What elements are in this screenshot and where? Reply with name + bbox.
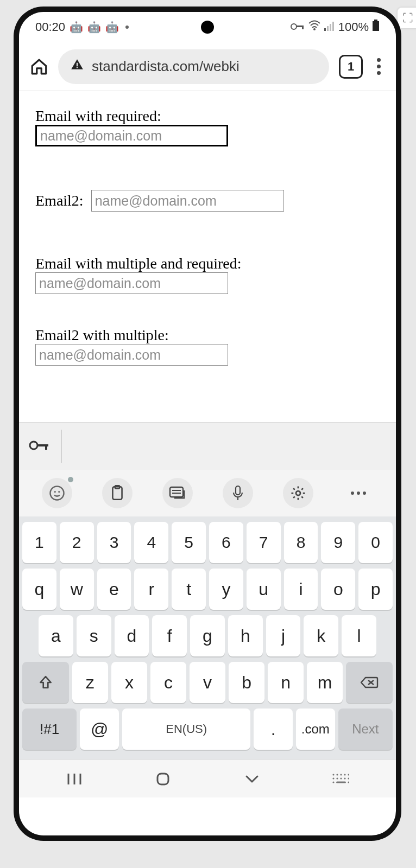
space-key[interactable]: EN(US) (122, 709, 250, 750)
tab-switcher-button[interactable]: 1 (339, 55, 363, 79)
key-4[interactable]: 4 (134, 522, 168, 563)
svg-rect-10 (77, 63, 78, 67)
keyboard-row-2: a s d f g h j k l (22, 615, 393, 656)
key-k[interactable]: k (304, 615, 338, 656)
field-label: Email with multiple and required: (35, 255, 380, 272)
svg-point-44 (348, 781, 350, 783)
vpn-key-icon (291, 20, 305, 34)
email2-input[interactable] (91, 190, 284, 212)
page-content[interactable]: Email with required: Email2: Email with … (19, 91, 396, 422)
password-key-icon[interactable] (29, 439, 49, 454)
svg-point-36 (348, 774, 350, 775)
key-z[interactable]: z (72, 662, 108, 703)
key-5[interactable]: 5 (172, 522, 206, 563)
key-8[interactable]: 8 (284, 522, 318, 563)
keyboard-toolbar (19, 470, 396, 516)
battery-text: 100% (338, 20, 369, 34)
key-m[interactable]: m (307, 662, 343, 703)
key-1[interactable]: 1 (22, 522, 56, 563)
next-key[interactable]: Next (338, 709, 393, 750)
key-o[interactable]: o (321, 569, 355, 610)
svg-rect-43 (336, 781, 346, 783)
field-label: Email with required: (35, 107, 380, 125)
autofill-strip (19, 422, 396, 470)
svg-point-25 (296, 491, 300, 495)
more-button[interactable] (343, 478, 374, 508)
key-7[interactable]: 7 (247, 522, 281, 563)
key-2[interactable]: 2 (60, 522, 94, 563)
svg-point-12 (30, 442, 37, 449)
svg-rect-6 (330, 24, 331, 31)
svg-point-41 (348, 777, 350, 779)
back-button[interactable] (236, 768, 268, 790)
email2-multiple-input[interactable] (35, 344, 228, 366)
recents-button[interactable] (58, 768, 91, 790)
key-f[interactable]: f (152, 615, 187, 656)
svg-rect-23 (236, 486, 240, 495)
key-x[interactable]: x (111, 662, 147, 703)
field-label: Email2: (35, 192, 84, 209)
dotcom-key[interactable]: .com (296, 709, 335, 750)
key-y[interactable]: y (209, 569, 243, 610)
key-r[interactable]: r (134, 569, 168, 610)
home-button[interactable] (147, 768, 179, 790)
key-9[interactable]: 9 (321, 522, 355, 563)
key-p[interactable]: p (358, 569, 393, 610)
keyboard-row-bottom: !#1 @ EN(US) . .com Next (22, 709, 393, 750)
key-0[interactable]: 0 (358, 522, 393, 563)
key-g[interactable]: g (190, 615, 225, 656)
svg-point-38 (337, 777, 338, 779)
key-w[interactable]: w (60, 569, 94, 610)
divider (61, 430, 62, 463)
svg-point-0 (291, 24, 297, 29)
android-icon: 🤖 (105, 21, 119, 34)
url-bar[interactable]: standardista.com/webki (58, 49, 329, 84)
signal-icon (324, 20, 335, 34)
key-c[interactable]: c (150, 662, 186, 703)
key-l[interactable]: l (342, 615, 376, 656)
key-3[interactable]: 3 (97, 522, 131, 563)
screen: 00:20 🤖 🤖 🤖 100% (19, 12, 396, 835)
key-v[interactable]: v (190, 662, 225, 703)
svg-point-37 (333, 777, 335, 779)
svg-rect-4 (324, 28, 326, 31)
email-multiple-required-input[interactable] (35, 272, 228, 294)
key-a[interactable]: a (39, 615, 73, 656)
key-s[interactable]: s (77, 615, 111, 656)
svg-point-33 (337, 774, 338, 775)
settings-button[interactable] (283, 478, 313, 508)
symbols-key[interactable]: !#1 (22, 709, 77, 750)
key-t[interactable]: t (172, 569, 206, 610)
emoji-button[interactable] (42, 478, 72, 508)
svg-point-3 (313, 28, 316, 30)
keyboard-hide-button[interactable] (324, 768, 357, 790)
key-h[interactable]: h (228, 615, 263, 656)
keyboard-switch-button[interactable] (162, 478, 193, 508)
at-key[interactable]: @ (80, 709, 119, 750)
shift-key[interactable] (22, 662, 69, 703)
clipboard-button[interactable] (102, 478, 133, 508)
key-d[interactable]: d (115, 615, 149, 656)
key-n[interactable]: n (268, 662, 304, 703)
email-required-input[interactable] (35, 125, 228, 146)
key-i[interactable]: i (284, 569, 318, 610)
svg-rect-7 (332, 22, 334, 31)
notification-dot-icon (125, 25, 129, 29)
key-e[interactable]: e (97, 569, 131, 610)
svg-point-39 (341, 777, 342, 779)
backspace-key[interactable] (346, 662, 393, 703)
key-b[interactable]: b (229, 662, 264, 703)
key-u[interactable]: u (247, 569, 281, 610)
period-key[interactable]: . (254, 709, 293, 750)
svg-point-16 (54, 491, 55, 493)
key-j[interactable]: j (266, 615, 301, 656)
svg-point-34 (341, 774, 342, 775)
svg-rect-9 (373, 21, 379, 31)
key-q[interactable]: q (22, 569, 56, 610)
overflow-menu-icon[interactable] (373, 54, 385, 79)
key-6[interactable]: 6 (209, 522, 243, 563)
home-icon[interactable] (30, 58, 48, 76)
voice-input-button[interactable] (223, 478, 253, 508)
svg-rect-14 (45, 444, 47, 450)
svg-rect-5 (327, 26, 329, 31)
